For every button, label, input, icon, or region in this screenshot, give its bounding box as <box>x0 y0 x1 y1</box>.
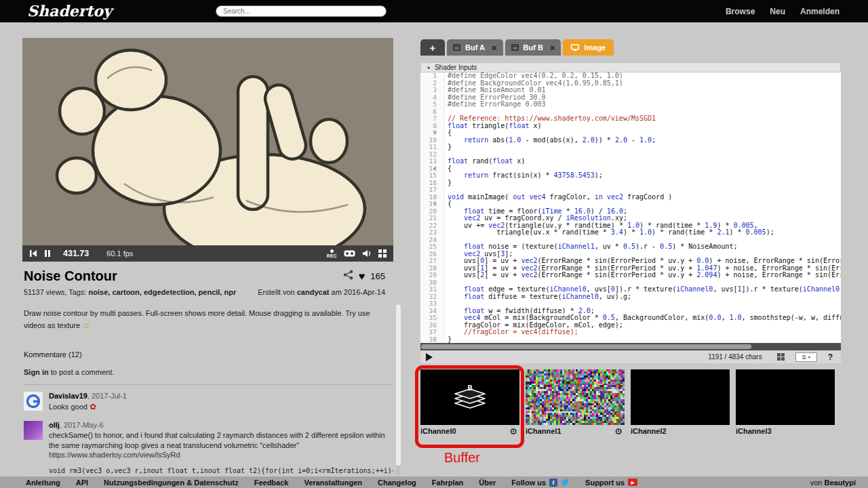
channel-3: iChannel3 <box>736 369 835 437</box>
gear-icon[interactable]: ⚙ <box>509 427 517 436</box>
help-button[interactable]: ? <box>828 352 833 362</box>
channel-row: B iChannel0 ⚙ iChannel1 ⚙ iChannel2 <box>420 369 841 437</box>
editor-hscrollbar[interactable] <box>420 343 841 350</box>
close-icon[interactable]: × <box>550 43 555 53</box>
language-select[interactable]: S ▾ <box>795 352 817 362</box>
signin-note: Sign in to post a comment. <box>24 368 393 376</box>
footer-link-anleitung[interactable]: Anleitung <box>26 479 60 487</box>
shader-info: Noise Contour ♥ 165 51137 views, Tags: n… <box>22 262 393 474</box>
avatar[interactable] <box>24 421 43 440</box>
channel2-thumbnail[interactable] <box>631 369 730 425</box>
channel2-label-row: iChannel2 <box>631 425 730 437</box>
tab-buf-a[interactable]: Buf A × <box>447 39 503 56</box>
tags-list[interactable]: noise, cartoon, edgedetection, pencil, n… <box>89 288 237 296</box>
signin-rest: to post a comment. <box>49 368 115 376</box>
youtube-icon[interactable]: ▶ <box>628 479 637 486</box>
volume-button[interactable] <box>362 249 372 258</box>
compile-button[interactable] <box>426 353 433 361</box>
tab-label: Image <box>584 43 606 52</box>
comment-date: , 2017-May-6 <box>60 421 104 429</box>
channel1-label-row: iChannel1 ⚙ <box>526 425 625 437</box>
fps-counter: 60.1 fps <box>106 249 133 258</box>
footer-link-nutzungsbedingungen[interactable]: Nutzungsbedingungen & Datenschutz <box>104 479 239 487</box>
share-button[interactable] <box>343 270 353 283</box>
shader-canvas-art <box>22 38 393 245</box>
top-bar: Shadertoy Browse Neu Anmelden <box>0 0 868 22</box>
window-icon <box>453 44 460 51</box>
pause-button[interactable] <box>44 249 51 258</box>
comment-author[interactable]: Davislav19 <box>49 392 87 400</box>
tab-image[interactable]: Image <box>563 39 614 56</box>
like-button[interactable]: ♥ <box>359 271 366 282</box>
comment-item: ollj, 2017-May-6 checkSame() to honor, a… <box>24 421 393 475</box>
views-and-tags: 51137 views, Tags: noise, cartoon, edged… <box>24 288 236 296</box>
tab-label: Buf A <box>465 43 485 52</box>
signin-link[interactable]: Sign in <box>24 368 49 376</box>
close-icon[interactable]: × <box>492 43 497 53</box>
left-pane-scrollbar[interactable] <box>396 303 401 474</box>
shader-inputs-bar[interactable]: ◄ Shader Inputs <box>420 62 841 73</box>
comment-author[interactable]: ollj <box>49 421 60 429</box>
footer-credit: von Beautypi <box>810 479 856 487</box>
editor-code[interactable]: #define EdgeColor vec4(0.2, 0.2, 0.15, 1… <box>445 73 841 343</box>
editor-statusbar: 1191 / 4834 chars S ▾ ? <box>420 350 841 363</box>
channel-label: iChannel1 <box>526 427 561 435</box>
shader-canvas[interactable] <box>22 38 393 245</box>
search-input[interactable] <box>216 5 387 17</box>
footer-link-api[interactable]: API <box>76 479 88 487</box>
hscrollbar-thumb[interactable] <box>421 344 751 349</box>
nav-browse[interactable]: Browse <box>726 7 755 16</box>
channel0-label-row: iChannel0 ⚙ <box>420 425 519 437</box>
svg-text:B: B <box>467 384 472 392</box>
footer-link-veranstaltungen[interactable]: Veranstaltungen <box>304 479 362 487</box>
credit-prefix: von <box>810 479 825 487</box>
char-count: 1191 / 4834 chars <box>708 353 762 361</box>
pause-icon <box>44 249 51 258</box>
vr-button[interactable] <box>344 250 355 257</box>
gear-icon[interactable]: ⚙ <box>614 427 623 436</box>
rewind-button[interactable] <box>29 249 37 258</box>
shadertoy-logo[interactable]: Shadertoy <box>27 2 112 20</box>
footer-link-fahrplan[interactable]: Fahrplan <box>432 479 463 487</box>
editor-pane: + Buf A × Buf B × Image ◄ Shader Inputs … <box>420 39 841 437</box>
monitor-icon <box>571 44 579 52</box>
tab-label: Buf B <box>524 43 543 52</box>
channel3-thumbnail[interactable] <box>736 369 835 425</box>
tab-buf-b[interactable]: Buf B × <box>505 39 561 56</box>
author-link[interactable]: candycat <box>297 288 330 296</box>
shader-description: Draw noise contour by multi passes. Full… <box>24 308 387 331</box>
channel1-thumbnail[interactable] <box>526 369 625 425</box>
footer-link-ueber[interactable]: Über <box>479 479 496 487</box>
nav-neu[interactable]: Neu <box>770 7 785 16</box>
twitter-icon[interactable] <box>561 479 570 486</box>
channel-label: iChannel3 <box>736 427 772 435</box>
noise-texture-canvas <box>526 369 625 425</box>
channel-1: iChannel1 ⚙ <box>526 369 625 437</box>
expand-editor-icon[interactable] <box>777 353 785 361</box>
channel0-thumbnail[interactable]: B <box>420 369 519 425</box>
footer-link-feedback[interactable]: Feedback <box>254 479 289 487</box>
description-text: Draw noise contour by multi passes. Full… <box>24 309 370 329</box>
smiley-emoji: ☺ <box>82 321 90 330</box>
code-editor[interactable]: 123456789▾1011121314▾1516171819▾20212223… <box>420 73 841 343</box>
nav-anmelden[interactable]: Anmelden <box>800 7 840 16</box>
comment-body: ollj, 2017-May-6 checkSame() to honor, a… <box>49 421 393 475</box>
scrollbar-thumb[interactable] <box>396 304 401 466</box>
footer-link-changelog[interactable]: Changelog <box>378 479 416 487</box>
title-row: Noise Contour ♥ 165 <box>24 268 393 284</box>
facebook-icon[interactable]: f <box>549 479 557 487</box>
meta-row: 51137 views, Tags: noise, cartoon, edged… <box>24 288 393 296</box>
channel-label: iChannel0 <box>420 427 456 435</box>
comment-date: , 2017-Jul-1 <box>87 392 127 400</box>
created-suffix: am 2016-Apr-14 <box>329 288 385 296</box>
tab-add-buffer[interactable]: + <box>420 39 445 56</box>
record-label: REC <box>327 253 337 258</box>
credit-name[interactable]: Beautypi <box>825 479 856 487</box>
follow-us-label: Follow us <box>511 479 546 487</box>
channel-0: B iChannel0 ⚙ <box>420 369 519 437</box>
speaker-icon <box>362 249 372 258</box>
fullscreen-button[interactable] <box>378 249 387 258</box>
avatar[interactable] <box>24 392 43 411</box>
record-button[interactable]: REC <box>327 249 337 258</box>
comment-link[interactable]: https://www.shadertoy.com/view/lsSyRd <box>49 451 393 459</box>
